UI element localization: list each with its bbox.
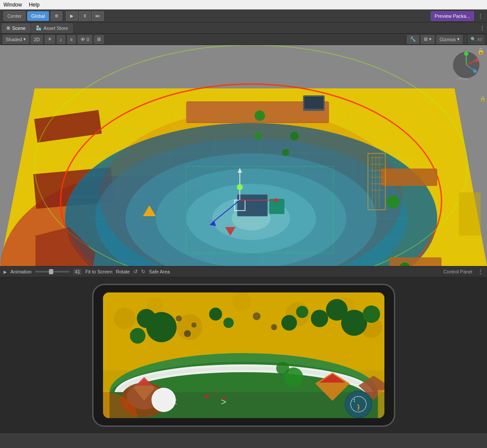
svg-rect-33 [390,257,442,266]
grid-icon: ⊞ [97,36,101,42]
svg-point-116 [184,330,191,337]
svg-point-109 [223,318,234,328]
svg-point-38 [387,195,400,208]
scene-tab-more-icon[interactable]: ⋮ [479,25,485,32]
play-button[interactable]: ▶ [66,11,78,21]
audio-button[interactable]: ♪ [57,35,65,44]
svg-text:z: z [475,69,477,73]
crosshair-button[interactable]: ⊕ [51,11,62,21]
layers-dropdown-label: ⊞ [424,36,428,42]
scene-tabbar: ⊞ Scene 🏪 Asset Store ⋮ [0,23,487,34]
svg-rect-145 [103,390,110,418]
play-controls: ▶ ⏸ ⏭ [66,11,104,21]
step-icon: ⏭ [96,13,100,18]
svg-point-142 [223,397,226,400]
eye-icon: 👁 [81,37,85,42]
layers-dropdown[interactable]: ⊞ ▾ [421,35,435,44]
menu-window[interactable]: Window [3,2,22,8]
game-screen-svg: ↕ 🚶 < > [103,292,384,418]
animation-more-button[interactable]: ⋮ [477,268,484,275]
rotate-button[interactable]: Rotate [116,269,130,274]
scene-tab-grid-icon: ⊞ [6,26,10,30]
svg-point-51 [237,184,243,190]
preview-package-button[interactable]: Preview Packa... [431,11,474,21]
2d-button[interactable]: 2D [31,35,43,44]
audio-icon: ♪ [60,37,62,42]
layers-button[interactable]: 👁 0 [77,35,92,44]
asset-store-tab-label: Asset Store [43,26,68,31]
phone-frame: ↕ 🚶 < > [92,284,395,427]
svg-point-37 [282,149,289,156]
svg-point-140 [205,394,209,399]
tab-scene[interactable]: ⊞ Scene [2,23,30,33]
play-icon: ▶ [70,13,74,18]
scene-canvas: 🔒 [0,45,487,266]
pause-icon: ⏸ [83,13,87,18]
shaded-label: Shaded [6,37,22,42]
svg-rect-146 [378,390,384,418]
svg-point-141 [214,391,217,393]
svg-point-93 [114,308,135,329]
svg-point-144 [276,362,289,375]
animation-section-icon: ▶ [3,269,7,274]
animation-slider[interactable] [35,271,70,273]
menu-help[interactable]: Help [29,2,40,8]
search-all-label: All [477,37,482,42]
svg-point-34 [255,110,265,121]
center-button[interactable]: Center [3,11,26,21]
scene-toolbar: Shaded ▾ 2D ☀ ♪ ≡ 👁 0 ⊞ 🔧 ⊞ ▾ Gizmos ▾ 🔍… [0,34,487,45]
more-options-icon[interactable]: ⋮ [477,13,484,19]
search-icon: 🔍 [471,37,476,42]
asset-store-icon: 🏪 [36,26,41,30]
svg-point-115 [363,305,380,323]
grid-button[interactable]: ⊞ [94,35,104,44]
animation-label: Animation [10,269,32,274]
svg-text:x: x [477,58,479,62]
svg-rect-79 [459,192,481,236]
svg-rect-32 [381,169,437,186]
svg-point-36 [254,132,262,140]
pause-button[interactable]: ⏸ [79,11,91,21]
svg-point-96 [232,292,251,311]
game-view: ↕ 🚶 < > [0,277,487,433]
svg-point-35 [290,132,299,140]
scene-view[interactable]: 🔒 y x [0,45,487,266]
svg-point-108 [209,308,222,321]
step-button[interactable]: ⏭ [92,11,104,21]
slider-thumb[interactable] [49,269,53,274]
effects-icon: ≡ [70,37,73,42]
svg-text:y: y [465,50,467,54]
svg-point-111 [296,306,308,318]
tab-asset-store[interactable]: 🏪 Asset Store [31,23,73,33]
tools-button[interactable]: 🔧 [407,35,419,44]
svg-rect-41 [237,195,268,216]
fit-to-screen-button[interactable]: Fit to Screen [85,269,112,274]
light-button[interactable]: ☀ [45,35,55,44]
gizmos-arrow: ▾ [457,36,460,42]
svg-point-112 [311,310,328,327]
animation-bar: ▶ Animation 41 Fit to Screen Rotate ↺ ↻ … [0,266,487,277]
svg-rect-68 [304,97,323,109]
svg-text:< Persp: < Persp [456,77,468,81]
svg-point-106 [137,309,156,328]
transform-group: Center Global ⊕ [3,11,62,21]
top-toolbar: Center Global ⊕ ▶ ⏸ ⏭ Preview Packa... ⋮ [0,10,487,23]
scene-tab-label: Scene [12,26,26,31]
lock-icon[interactable]: 🔒 [477,48,484,55]
safe-area-button[interactable]: Safe Area [149,269,170,274]
toolbar-separator [465,36,466,43]
gizmos-dropdown[interactable]: Gizmos ▾ [436,35,462,44]
svg-point-117 [191,322,197,328]
gizmos-label: Gizmos [439,37,455,42]
effects-button[interactable]: ≡ [67,35,76,44]
control-panel-button[interactable]: Control Panel [443,269,472,274]
tools-icon: 🔧 [410,36,416,42]
global-button[interactable]: Global [27,11,49,21]
shaded-dropdown[interactable]: Shaded ▾ [3,35,29,44]
phone-screen: ↕ 🚶 < > [103,292,384,418]
svg-text:🔒: 🔒 [480,95,486,102]
layers-value: 0 [87,37,89,42]
animation-frame-number: 41 [73,269,82,275]
svg-point-110 [281,315,297,331]
rotate-icon-1: ↺ [133,269,138,275]
